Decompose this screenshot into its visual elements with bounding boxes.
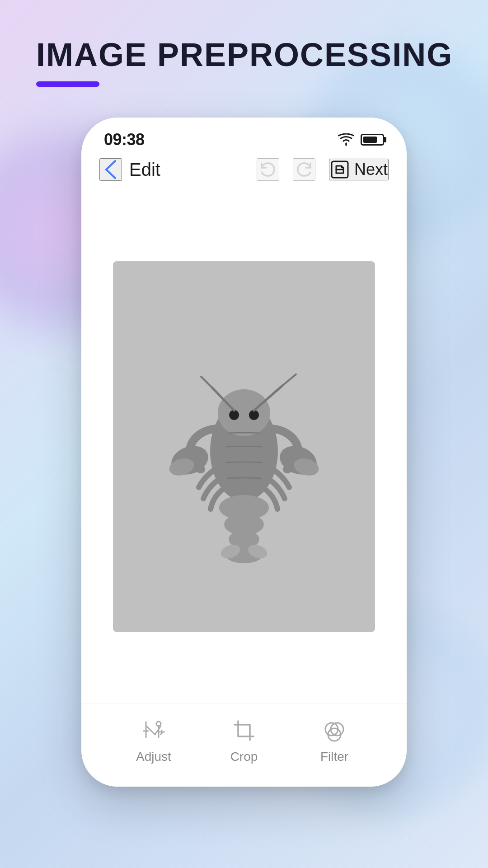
toolbar-label-adjust: Adjust [136, 750, 171, 764]
phone-wrapper: 09:38 [81, 118, 407, 787]
image-area [81, 190, 407, 703]
nav-left: Edit [99, 158, 160, 181]
back-button[interactable] [99, 158, 122, 181]
status-icons [338, 133, 384, 146]
filter-icon [321, 717, 348, 744]
status-bar: 09:38 [81, 118, 407, 154]
status-time: 09:38 [104, 130, 145, 149]
lobster-image [149, 329, 339, 564]
next-label: Next [354, 160, 388, 179]
page-indicator [36, 81, 99, 87]
battery-icon [361, 134, 384, 146]
battery-fill [363, 137, 377, 143]
nav-bar: Edit [81, 154, 407, 190]
page-header: IMAGE PREPROCESSING [36, 36, 453, 87]
crop-icon [230, 717, 258, 744]
image-container [113, 261, 375, 632]
bottom-toolbar: Adjust Crop [81, 703, 407, 787]
svg-line-8 [282, 374, 296, 386]
wifi-icon [338, 133, 354, 146]
svg-point-2 [218, 389, 270, 436]
toolbar-item-crop[interactable]: Crop [217, 717, 271, 764]
nav-title: Edit [129, 160, 160, 180]
adjust-icon [140, 717, 167, 744]
undo-button[interactable] [257, 158, 279, 181]
toolbar-label-crop: Crop [230, 750, 258, 764]
phone-frame: 09:38 [81, 118, 407, 787]
nav-right: Next [257, 158, 389, 181]
redo-button[interactable] [293, 158, 315, 181]
next-button[interactable]: Next [329, 159, 389, 180]
page-title: IMAGE PREPROCESSING [36, 36, 453, 73]
toolbar-item-adjust[interactable]: Adjust [127, 717, 181, 764]
toolbar-item-filter[interactable]: Filter [307, 717, 361, 764]
toolbar-label-filter: Filter [320, 750, 348, 764]
svg-line-7 [201, 377, 212, 388]
